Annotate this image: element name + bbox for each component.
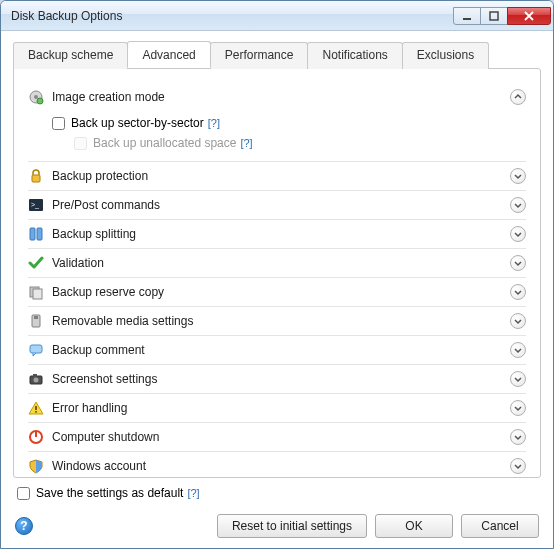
chevron-down-icon [510,458,526,474]
reserve-icon [28,284,44,300]
divider [28,422,526,423]
section-title: Image creation mode [52,90,510,104]
svg-rect-5 [32,175,40,182]
divider [28,161,526,162]
section-header[interactable]: Backup protection [28,164,526,188]
chevron-up-icon [510,89,526,105]
section-header[interactable]: Computer shutdown [28,425,526,449]
unallocated-row: Back up unallocated space [?] [52,133,526,153]
dialog-content: Backup scheme Advanced Performance Notif… [1,31,553,548]
svg-rect-14 [30,345,42,353]
section-title: Removable media settings [52,314,510,328]
svg-rect-18 [35,406,37,410]
section-backup-reserve-copy: Backup reserve copy [28,280,526,307]
chevron-down-icon [510,313,526,329]
section-title: Pre/Post commands [52,198,510,212]
section-removable-media-settings: Removable media settings [28,309,526,336]
svg-rect-1 [490,12,498,20]
tab-notifications[interactable]: Notifications [307,42,402,69]
ok-button[interactable]: OK [375,514,453,538]
section-title: Backup protection [52,169,510,183]
save-default-checkbox[interactable] [17,487,30,500]
svg-point-3 [34,95,38,99]
check-icon [28,255,44,271]
divider [28,335,526,336]
help-link[interactable]: [?] [208,117,220,129]
section-header[interactable]: Screenshot settings [28,367,526,391]
section-header[interactable]: >_ Pre/Post commands [28,193,526,217]
advanced-panel: Image creation mode Back up sector-by-se… [13,68,541,478]
help-link[interactable]: [?] [187,487,199,499]
section-title: Error handling [52,401,510,415]
divider [28,190,526,191]
chevron-down-icon [510,400,526,416]
section-title: Backup comment [52,343,510,357]
power-icon [28,429,44,445]
shield-icon [28,458,44,474]
section-image-creation-mode: Image creation mode Back up sector-by-se… [28,85,526,162]
section-header[interactable]: Windows account [28,454,526,478]
warning-icon [28,400,44,416]
chevron-down-icon [510,226,526,242]
section-backup-comment: Backup comment [28,338,526,365]
sector-by-sector-checkbox[interactable] [52,117,65,130]
help-icon[interactable]: ? [15,517,33,535]
unallocated-checkbox [74,137,87,150]
section-title: Backup reserve copy [52,285,510,299]
section-header[interactable]: Error handling [28,396,526,420]
help-link[interactable]: [?] [240,137,252,149]
svg-rect-19 [35,411,37,413]
close-button[interactable] [507,7,551,25]
dialog-footer: ? Reset to initial settings OK Cancel [13,504,541,540]
divider [28,277,526,278]
section-body: Back up sector-by-sector [?] Back up una… [28,109,526,159]
titlebar[interactable]: Disk Backup Options [1,1,553,31]
section-validation: Validation [28,251,526,278]
tab-advanced[interactable]: Advanced [127,41,210,68]
section-title: Computer shutdown [52,430,510,444]
svg-rect-11 [33,289,42,299]
tab-performance[interactable]: Performance [210,42,309,69]
tab-strip: Backup scheme Advanced Performance Notif… [13,41,541,68]
section-pre-post-commands: >_ Pre/Post commands [28,193,526,220]
section-error-handling: Error handling [28,396,526,423]
window-controls [454,7,551,25]
maximize-button[interactable] [480,7,508,25]
section-header[interactable]: Image creation mode [28,85,526,109]
chevron-down-icon [510,168,526,184]
divider [28,219,526,220]
chevron-down-icon [510,255,526,271]
divider [28,393,526,394]
svg-rect-0 [463,18,471,20]
cancel-button[interactable]: Cancel [461,514,539,538]
section-title: Windows account [52,459,510,473]
section-title: Screenshot settings [52,372,510,386]
divider [28,306,526,307]
minimize-button[interactable] [453,7,481,25]
section-header[interactable]: Backup splitting [28,222,526,246]
section-screenshot-settings: Screenshot settings [28,367,526,394]
svg-rect-13 [34,316,38,319]
reset-button[interactable]: Reset to initial settings [217,514,367,538]
tab-exclusions[interactable]: Exclusions [402,42,489,69]
svg-rect-9 [37,228,42,240]
chevron-down-icon [510,429,526,445]
section-header[interactable]: Validation [28,251,526,275]
section-backup-protection: Backup protection [28,164,526,191]
save-default-row: Save the settings as default [?] [13,478,541,504]
section-backup-splitting: Backup splitting [28,222,526,249]
split-icon [28,226,44,242]
sector-by-sector-row: Back up sector-by-sector [?] [52,113,526,133]
terminal-icon: >_ [28,197,44,213]
section-header[interactable]: Backup comment [28,338,526,362]
svg-rect-8 [30,228,35,240]
section-header[interactable]: Backup reserve copy [28,280,526,304]
image-mode-icon [28,89,44,105]
section-header[interactable]: Removable media settings [28,309,526,333]
divider [28,248,526,249]
svg-point-4 [37,98,43,104]
tab-backup-scheme[interactable]: Backup scheme [13,42,128,69]
svg-text:>_: >_ [31,201,39,209]
section-computer-shutdown: Computer shutdown [28,425,526,452]
comment-icon [28,342,44,358]
